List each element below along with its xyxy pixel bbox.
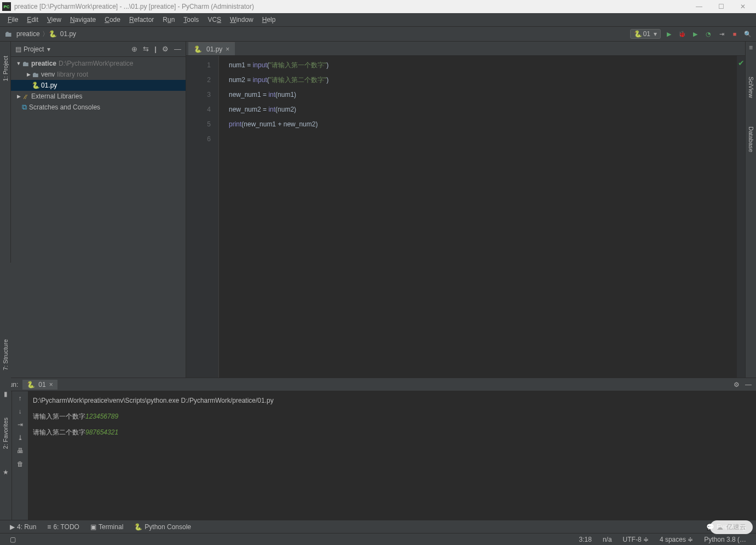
close-icon[interactable]: × <box>49 381 53 389</box>
project-toggle-icon[interactable]: ▤ <box>15 45 21 53</box>
menu-view[interactable]: View <box>43 15 66 25</box>
run-tab-label: 01 <box>38 381 45 389</box>
python-icon <box>634 30 643 38</box>
star-icon[interactable]: ★ <box>3 468 9 476</box>
divider-icon: | <box>154 45 157 53</box>
close-button[interactable]: ✕ <box>732 0 754 13</box>
menu-vcs[interactable]: VCS <box>203 15 226 25</box>
chevron-down-icon[interactable]: ▾ <box>47 45 50 53</box>
expand-icon[interactable]: ⇆ <box>143 45 149 53</box>
menu-edit[interactable]: Edit <box>22 15 43 25</box>
hide-panel-icon[interactable]: — <box>745 381 752 389</box>
python-interpreter[interactable]: Python 3.8 (… <box>699 536 752 543</box>
indent[interactable]: 4 spaces ≑ <box>654 536 699 543</box>
tab-favorites[interactable]: 2: Favorites <box>1 414 10 452</box>
print-icon[interactable]: 🖶 <box>17 447 24 455</box>
status-bar: ▢ 3:18 n/a UTF-8 ≑ 4 spaces ≑ Python 3.8… <box>0 533 756 545</box>
up-icon[interactable]: ↑ <box>19 395 22 402</box>
softwrap-icon[interactable]: ⇥ <box>18 421 23 428</box>
navigation-bar: 🖿 preatice 〉 01.py 01 ▾ ▶ 🐞 ▶ ◔ ⇥ ■ 🔍 <box>0 26 756 42</box>
hide-icon[interactable]: — <box>174 45 181 53</box>
menu-navigate[interactable]: Navigate <box>66 15 100 25</box>
run-button[interactable]: ▶ <box>665 30 673 38</box>
toolbar-actions: ▶ 🐞 ▶ ◔ ⇥ ■ 🔍 <box>665 30 752 38</box>
menu-code[interactable]: Code <box>100 15 125 25</box>
editor-right-gutter: ✔ <box>736 56 745 378</box>
folder-icon: 🖿 <box>4 30 12 38</box>
breadcrumb-file[interactable]: 01.py <box>58 30 78 38</box>
down-icon[interactable]: ↓ <box>19 408 22 415</box>
project-title: Project <box>24 45 44 53</box>
editor-tab-01py[interactable]: 01.py × <box>188 42 235 55</box>
locate-icon[interactable]: ⊕ <box>131 45 137 53</box>
window-titlebar: PC preatice [D:\PycharmWork\preatice] - … <box>0 0 756 13</box>
editor-tabs: 01.py × <box>186 42 745 56</box>
project-sidebar: ▤Project▾ ⊕ ⇆ | ⚙ — ▼🖿preaticeD:\Pycharm… <box>11 42 186 378</box>
bottom-tab-run[interactable]: ▶4: Run <box>4 523 42 531</box>
chevron-down-icon: ▾ <box>654 30 657 38</box>
scroll-icon[interactable]: ⤓ <box>18 434 23 442</box>
menu-help[interactable]: Help <box>258 15 280 25</box>
menu-run[interactable]: Run <box>158 15 179 25</box>
watermark: ☁ 亿速云 <box>710 520 753 534</box>
maximize-button[interactable]: ☐ <box>710 0 732 13</box>
window-title: preatice [D:\PycharmWork\preatice] - ...… <box>14 3 688 10</box>
right-tool-strip: ≡ SciView Database <box>745 42 756 378</box>
structure-icon[interactable]: ▮ <box>4 390 8 398</box>
run-tab[interactable]: 01 × <box>22 380 57 390</box>
caret-position[interactable]: 3:18 <box>574 536 597 543</box>
python-file-icon <box>194 45 203 53</box>
python-file-icon <box>49 30 58 38</box>
breadcrumb-root[interactable]: preatice <box>14 30 42 38</box>
tab-structure[interactable]: 7: Structure <box>1 336 10 374</box>
tool-windows-icon[interactable]: ▢ <box>4 536 21 543</box>
profile-button[interactable]: ◔ <box>705 30 712 38</box>
tab-project[interactable]: 1: Project <box>1 53 10 84</box>
menu-tools[interactable]: Tools <box>179 15 203 25</box>
gear-icon[interactable]: ⚙ <box>734 381 740 389</box>
tree-node-venv[interactable]: ▶🖿venvlibrary root <box>11 69 186 80</box>
python-file-icon <box>32 82 41 89</box>
context-info[interactable]: n/a <box>597 536 618 543</box>
editor-area: 01.py × 123456 num1 = input("请输入第一个数字") … <box>186 42 745 378</box>
pycharm-logo-icon: PC <box>2 2 11 11</box>
run-panel: Run: 01 × ⚙ — ↻ ■ ≣ 📌 ↑ ↓ ⇥ ⤓ 🖶 🗑 D:\Pyc… <box>0 378 756 520</box>
run-left-tools-2: ↑ ↓ ⇥ ⤓ 🖶 🗑 <box>12 391 28 520</box>
tree-node-preatice[interactable]: ▼🖿preaticeD:\PycharmWork\preatice <box>11 58 186 69</box>
menu-refactor[interactable]: Refactor <box>125 15 158 25</box>
bottom-tab-terminal[interactable]: ▣Terminal <box>85 523 129 531</box>
menu-file[interactable]: File <box>3 15 22 25</box>
minimize-button[interactable]: — <box>688 0 710 13</box>
code-editor[interactable]: 123456 num1 = input("请输入第一个数字") num2 = i… <box>186 56 745 378</box>
debug-button[interactable]: 🐞 <box>678 30 686 38</box>
encoding[interactable]: UTF-8 ≑ <box>618 536 654 543</box>
cloud-icon: ☁ <box>717 524 723 531</box>
check-icon: ✔ <box>737 56 745 71</box>
tree-node-scratches[interactable]: ⧉Scratches and Consoles <box>11 102 186 113</box>
python-icon <box>27 381 36 389</box>
breadcrumb-sep: 〉 <box>42 30 49 39</box>
main-menu: File Edit View Navigate Code Refactor Ru… <box>0 13 756 26</box>
run-config-label: 01 <box>643 30 650 38</box>
bottom-tab-todo[interactable]: ≡6: TODO <box>42 523 85 531</box>
attach-button[interactable]: ⇥ <box>718 30 725 38</box>
tree-node-external-libs[interactable]: ▶⫽External Libraries <box>11 91 186 102</box>
bottom-toolbar: ▶4: Run ≡6: TODO ▣Terminal 🐍Python Conso… <box>0 520 756 533</box>
bottom-tab-python-console[interactable]: 🐍Python Console <box>129 523 197 531</box>
trash-icon[interactable]: 🗑 <box>17 460 24 468</box>
project-tree: ▼🖿preaticeD:\PycharmWork\preatice ▶🖿venv… <box>11 57 186 378</box>
tab-database[interactable]: Database <box>747 123 755 155</box>
run-config-dropdown[interactable]: 01 ▾ <box>630 29 661 39</box>
menu-window[interactable]: Window <box>226 15 258 25</box>
tab-sciview[interactable]: SciView <box>747 73 755 101</box>
editor-tab-label: 01.py <box>206 45 222 53</box>
code-content[interactable]: num1 = input("请输入第一个数字") num2 = input("请… <box>219 56 736 378</box>
run-console[interactable]: D:\PycharmWork\preatice\venv\Scripts\pyt… <box>28 391 756 520</box>
close-tab-icon[interactable]: × <box>226 45 229 53</box>
stop-button[interactable]: ■ <box>731 30 738 38</box>
coverage-button[interactable]: ▶ <box>691 30 699 38</box>
tree-node-01py[interactable]: 01.py <box>11 80 186 91</box>
gear-icon[interactable]: ⚙ <box>162 45 169 53</box>
menu-icon[interactable]: ≡ <box>749 44 753 51</box>
search-everywhere-button[interactable]: 🔍 <box>744 30 752 38</box>
